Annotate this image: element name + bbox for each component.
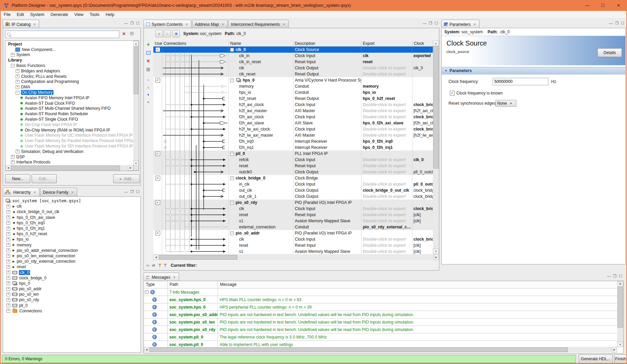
ip-catalog-item[interactable]: Avalon-ST Multi-Channel Shared Memory FI…: [6, 106, 133, 111]
clock-cell[interactable]: [f2h_axi_clock]: [412, 120, 433, 126]
component-row[interactable]: ✓−clock_bridge_0Clock Bridge: [153, 175, 433, 181]
clock-cell[interactable]: [h2f_lw_axi_clock]: [412, 132, 433, 138]
clock-cell[interactable]: [412, 230, 433, 236]
port-row[interactable]: resetReset InputDouble-click to export[c…: [153, 242, 433, 248]
col-path[interactable]: Path: [168, 281, 218, 288]
clock-cell[interactable]: clock_bridge_0_out_clk: [412, 187, 433, 193]
clock-cell[interactable]: clock_bridge_0_out_clk: [412, 114, 433, 120]
export-cell[interactable]: Double-click to export: [361, 163, 412, 169]
connections-cell[interactable]: [162, 193, 229, 200]
clock-cell[interactable]: clock_bridge_0_out_clk: [412, 102, 433, 108]
hierarchy-item[interactable]: +▶hps_0_f2h_axi_slave: [4, 215, 139, 220]
use-checkbox[interactable]: ✓: [155, 176, 160, 180]
clock-cell[interactable]: [412, 224, 433, 230]
export-cell[interactable]: Double-click to export: [361, 71, 412, 77]
finish-button[interactable]: Finish: [614, 354, 627, 363]
panel-controls[interactable]: —❐☐: [423, 21, 438, 25]
component-row[interactable]: ✓−clk_0Clock Source: [153, 47, 433, 53]
close-icon[interactable]: ✕: [473, 23, 476, 26]
clock-cell[interactable]: [412, 144, 433, 151]
connections-cell[interactable]: [162, 248, 229, 254]
table-hscrollbar[interactable]: ◀ ▶: [153, 255, 439, 260]
connections-cell[interactable]: [162, 144, 229, 151]
ip-catalog-item[interactable]: Library: [6, 57, 133, 63]
export-cell[interactable]: Double-click to export: [361, 114, 412, 120]
connections-cell[interactable]: [162, 59, 229, 65]
port-row[interactable]: memoryConduitmemory: [153, 83, 433, 89]
ip-catalog-item[interactable]: −On Chip Memory: [6, 90, 133, 95]
connections-cell[interactable]: [162, 218, 229, 224]
tree-expander-icon[interactable]: +: [6, 293, 10, 296]
port-row[interactable]: hps_ioConduithps_io: [153, 89, 433, 96]
clock-cell[interactable]: [412, 47, 433, 53]
connections-cell[interactable]: [162, 224, 229, 230]
connections-cell[interactable]: [162, 212, 229, 218]
ip-catalog-item[interactable]: −Basic Functions: [6, 63, 133, 68]
message-row[interactable]: −i7 Info Messages: [144, 289, 617, 296]
export-cell[interactable]: clock_bridge_0_out_clk: [361, 187, 412, 193]
col-type[interactable]: Type: [144, 281, 168, 288]
ip-catalog-item[interactable]: +Configuration and Programming: [6, 79, 133, 85]
export-cell[interactable]: Double-click to export: [361, 181, 412, 187]
tree-expander-icon[interactable]: +: [16, 69, 19, 73]
connections-cell[interactable]: [162, 200, 229, 206]
export-cell[interactable]: Double-click to export: [361, 65, 412, 71]
menu-view[interactable]: View: [71, 11, 87, 18]
search-clear-icon[interactable]: ✕: [122, 31, 126, 36]
clock-cell[interactable]: clock_bridge_0_out_clk: [412, 126, 433, 132]
use-checkbox[interactable]: ✓: [155, 200, 160, 205]
menu-help[interactable]: Help: [103, 11, 118, 18]
use-cell[interactable]: ✓: [153, 230, 162, 236]
use-cell[interactable]: ✓: [153, 200, 162, 206]
port-row[interactable]: resetReset InputDouble-click to export[c…: [153, 212, 433, 218]
tree-expander-icon[interactable]: +: [6, 276, 10, 280]
export-cell[interactable]: Double-click to export: [361, 102, 412, 108]
hierarchy-item[interactable]: +pio_s0_len: [4, 292, 139, 297]
port-row[interactable]: h2f_axi_masterAXI MasterDouble-click to …: [153, 108, 433, 114]
clock-cell[interactable]: clock_bridge_0_out_clk: [412, 236, 433, 242]
connections-cell[interactable]: [162, 163, 229, 169]
export-cell[interactable]: Double-click to export: [361, 193, 412, 200]
connections-cell[interactable]: [162, 132, 229, 138]
tree-expander-icon[interactable]: +: [6, 248, 10, 252]
connections-cell[interactable]: [162, 89, 229, 96]
tab-address-map[interactable]: Address Map ✕: [192, 20, 227, 29]
ip-catalog-item[interactable]: On-Chip Flash Intel FPGA IP: [6, 122, 133, 127]
generate-hdl-button[interactable]: Generate HDL...: [579, 354, 613, 363]
hierarchy-item[interactable]: +pll_0: [4, 303, 139, 308]
remove-icon[interactable]: ✕: [145, 57, 152, 64]
clock-cell[interactable]: [412, 163, 433, 169]
tree-expander-icon[interactable]: +: [6, 298, 10, 302]
connections-cell[interactable]: [162, 138, 229, 144]
col-name[interactable]: Name: [229, 40, 293, 46]
ip-catalog-item[interactable]: On-Chip Memory (RAM or ROM) Intel FPGA I…: [6, 127, 133, 133]
export-cell[interactable]: [361, 77, 412, 83]
hierarchy-item[interactable]: +▶memory: [4, 242, 139, 248]
col-use[interactable]: Use: [153, 40, 162, 46]
connections-cell[interactable]: [162, 65, 229, 71]
message-row[interactable]: isoc_system.hps_0HPS Main PLL counter se…: [144, 296, 617, 304]
tree-expander-icon[interactable]: +: [6, 309, 10, 313]
ip-catalog-item[interactable]: +Bridges and Adaptors: [6, 68, 133, 74]
use-checkbox[interactable]: ✓: [155, 151, 160, 156]
ip-catalog-item[interactable]: Project: [6, 41, 133, 47]
move-top-button[interactable]: ▲: [155, 30, 163, 37]
hierarchy-item[interactable]: +▶reset: [4, 264, 139, 270]
connections-cell[interactable]: [162, 71, 229, 77]
ip-catalog-item[interactable]: +Clocks; PLLs and Resets: [6, 74, 133, 79]
export-cell[interactable]: Double-click to export: [361, 126, 412, 132]
component-row[interactable]: ✓−pio_s0_addrPIO (Parallel I/O) Intel FP…: [153, 230, 433, 236]
close-icon[interactable]: ✕: [33, 23, 36, 26]
filter-funnel-icon[interactable]: [158, 264, 162, 267]
clock-cell[interactable]: exported: [412, 53, 433, 59]
maximize-button[interactable]: ☐: [595, 0, 611, 11]
menu-file[interactable]: File: [1, 11, 14, 18]
ip-catalog-item[interactable]: +DMA: [6, 84, 133, 90]
component-row[interactable]: ✓−pio_s0_rdyPIO (Parallel I/O) Intel FPG…: [153, 200, 433, 206]
collapse-icon[interactable]: −: [230, 79, 234, 82]
tree-expander-icon[interactable]: +: [16, 85, 19, 89]
move-down-icon[interactable]: ▼: [145, 91, 152, 98]
port-row[interactable]: clkClock InputDouble-click to exportcloc…: [153, 206, 433, 212]
export-cell[interactable]: Double-click to export: [361, 108, 412, 114]
connections-cell[interactable]: [162, 53, 229, 59]
